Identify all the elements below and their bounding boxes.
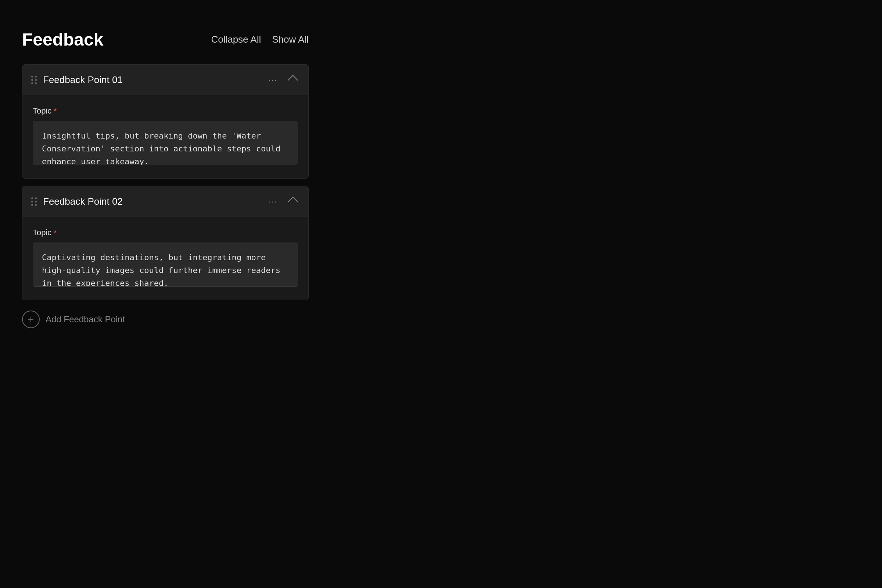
feedback-list: Feedback Point 01 ··· Topic *	[22, 64, 309, 300]
page-title: Feedback	[22, 29, 103, 50]
feedback-card-2-header: Feedback Point 02 ···	[22, 186, 308, 217]
add-feedback-button[interactable]: + Add Feedback Point	[22, 310, 125, 328]
page-container: Feedback Collapse All Show All	[0, 0, 331, 358]
topic-textarea-1[interactable]	[33, 121, 298, 165]
show-all-button[interactable]: Show All	[272, 34, 309, 45]
feedback-card-1-more-button[interactable]: ···	[266, 74, 280, 86]
feedback-card-1-header: Feedback Point 01 ···	[22, 64, 308, 95]
drag-dot	[31, 82, 33, 84]
feedback-card-1-body: Topic *	[22, 95, 308, 178]
topic-label-2: Topic *	[33, 228, 298, 237]
drag-dot	[31, 204, 33, 206]
drag-dot	[35, 79, 37, 81]
required-star-1: *	[54, 107, 57, 116]
drag-dot	[35, 76, 37, 78]
drag-dot	[35, 201, 37, 202]
feedback-card-2-title: Feedback Point 02	[43, 196, 260, 207]
feedback-card-2-collapse-button[interactable]	[286, 194, 300, 209]
required-star-2: *	[54, 229, 57, 237]
feedback-card-2-body: Topic *	[22, 217, 308, 300]
feedback-card-1-collapse-button[interactable]	[286, 73, 300, 87]
page-header: Feedback Collapse All Show All	[22, 29, 309, 50]
drag-dot	[35, 82, 37, 84]
chevron-up-icon-1	[288, 75, 298, 85]
feedback-card-1: Feedback Point 01 ··· Topic *	[22, 64, 309, 178]
drag-handle-2[interactable]	[31, 197, 37, 206]
feedback-card-2: Feedback Point 02 ··· Topic *	[22, 186, 309, 300]
drag-dot	[31, 201, 33, 202]
add-feedback-label: Add Feedback Point	[46, 314, 125, 324]
chevron-up-icon-2	[288, 196, 298, 207]
collapse-all-button[interactable]: Collapse All	[211, 34, 261, 45]
topic-label-1: Topic *	[33, 106, 298, 116]
drag-dot	[31, 197, 33, 199]
feedback-card-1-title: Feedback Point 01	[43, 74, 260, 86]
card-2-header-actions: ···	[266, 194, 300, 209]
drag-handle-1[interactable]	[31, 76, 37, 84]
drag-dot	[35, 197, 37, 199]
add-icon: +	[22, 310, 40, 328]
card-1-header-actions: ···	[266, 73, 300, 87]
feedback-card-2-more-button[interactable]: ···	[266, 195, 280, 208]
drag-dot	[31, 76, 33, 78]
drag-dot	[35, 204, 37, 206]
header-actions: Collapse All Show All	[211, 34, 309, 45]
topic-textarea-2[interactable]	[33, 243, 298, 286]
drag-dot	[31, 79, 33, 81]
